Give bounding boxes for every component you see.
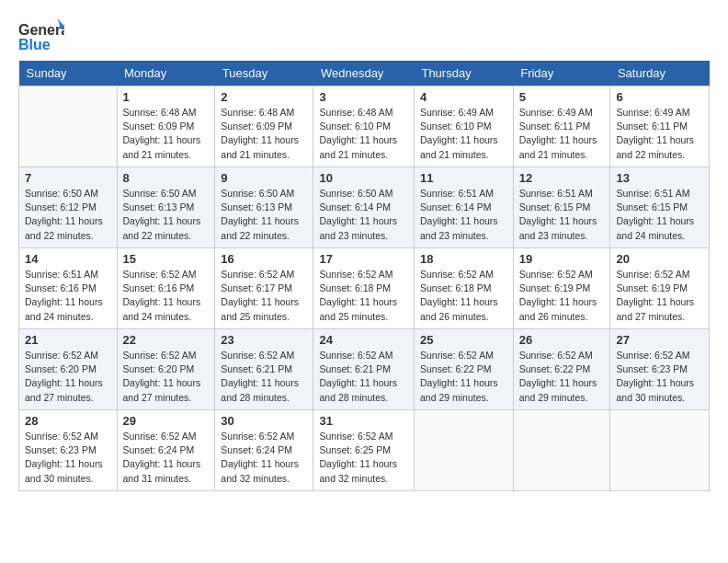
day-number: 8 — [123, 171, 210, 185]
header-row: SundayMondayTuesdayWednesdayThursdayFrid… — [19, 61, 710, 86]
week-row-2: 7Sunrise: 6:50 AM Sunset: 6:12 PM Daylig… — [19, 167, 710, 248]
day-cell: 10Sunrise: 6:50 AM Sunset: 6:14 PM Dayli… — [313, 167, 415, 248]
day-number: 10 — [319, 171, 408, 185]
day-number: 1 — [123, 90, 210, 104]
calendar-table: SundayMondayTuesdayWednesdayThursdayFrid… — [18, 61, 710, 491]
day-info: Sunrise: 6:51 AM Sunset: 6:16 PM Dayligh… — [25, 268, 111, 324]
day-info: Sunrise: 6:52 AM Sunset: 6:21 PM Dayligh… — [221, 349, 307, 405]
logo: General Blue — [18, 17, 64, 55]
day-cell: 14Sunrise: 6:51 AM Sunset: 6:16 PM Dayli… — [19, 248, 118, 329]
day-info: Sunrise: 6:49 AM Sunset: 6:11 PM Dayligh… — [519, 106, 605, 162]
day-cell: 21Sunrise: 6:52 AM Sunset: 6:20 PM Dayli… — [19, 329, 118, 410]
day-number: 6 — [616, 90, 703, 104]
day-cell: 11Sunrise: 6:51 AM Sunset: 6:14 PM Dayli… — [414, 167, 513, 248]
day-cell: 19Sunrise: 6:52 AM Sunset: 6:19 PM Dayli… — [513, 248, 610, 329]
page: General Blue SundayMondayTuesdayWednesda… — [0, 0, 728, 500]
col-header-monday: Monday — [117, 61, 215, 86]
svg-text:General: General — [18, 22, 64, 38]
day-info: Sunrise: 6:48 AM Sunset: 6:09 PM Dayligh… — [123, 106, 210, 162]
day-info: Sunrise: 6:52 AM Sunset: 6:16 PM Dayligh… — [123, 268, 210, 324]
day-number: 9 — [221, 171, 307, 185]
day-info: Sunrise: 6:50 AM Sunset: 6:13 PM Dayligh… — [221, 187, 307, 243]
day-info: Sunrise: 6:52 AM Sunset: 6:19 PM Dayligh… — [519, 268, 605, 324]
day-number: 22 — [123, 333, 210, 347]
day-number: 3 — [319, 90, 408, 104]
day-cell — [610, 410, 710, 491]
day-info: Sunrise: 6:52 AM Sunset: 6:18 PM Dayligh… — [319, 268, 408, 324]
day-cell: 4Sunrise: 6:49 AM Sunset: 6:10 PM Daylig… — [414, 86, 513, 167]
col-header-thursday: Thursday — [414, 61, 513, 86]
day-cell: 31Sunrise: 6:52 AM Sunset: 6:25 PM Dayli… — [313, 410, 415, 491]
day-info: Sunrise: 6:51 AM Sunset: 6:14 PM Dayligh… — [420, 187, 507, 243]
day-cell: 2Sunrise: 6:48 AM Sunset: 6:09 PM Daylig… — [215, 86, 313, 167]
day-cell: 3Sunrise: 6:48 AM Sunset: 6:10 PM Daylig… — [313, 86, 415, 167]
day-number: 19 — [519, 252, 605, 266]
col-header-saturday: Saturday — [610, 61, 710, 86]
day-info: Sunrise: 6:52 AM Sunset: 6:19 PM Dayligh… — [616, 268, 703, 324]
day-number: 16 — [221, 252, 307, 266]
day-cell: 8Sunrise: 6:50 AM Sunset: 6:13 PM Daylig… — [117, 167, 215, 248]
day-info: Sunrise: 6:52 AM Sunset: 6:25 PM Dayligh… — [319, 430, 408, 486]
day-number: 29 — [123, 414, 210, 428]
day-info: Sunrise: 6:52 AM Sunset: 6:22 PM Dayligh… — [519, 349, 605, 405]
header: General Blue — [18, 17, 710, 55]
day-cell: 12Sunrise: 6:51 AM Sunset: 6:15 PM Dayli… — [513, 167, 610, 248]
day-info: Sunrise: 6:50 AM Sunset: 6:13 PM Dayligh… — [123, 187, 210, 243]
day-cell: 17Sunrise: 6:52 AM Sunset: 6:18 PM Dayli… — [313, 248, 415, 329]
day-number: 11 — [420, 171, 507, 185]
day-number: 21 — [25, 333, 111, 347]
day-number: 4 — [420, 90, 507, 104]
day-number: 24 — [319, 333, 408, 347]
day-cell — [414, 410, 513, 491]
day-cell: 20Sunrise: 6:52 AM Sunset: 6:19 PM Dayli… — [610, 248, 710, 329]
day-number: 30 — [221, 414, 307, 428]
day-number: 5 — [519, 90, 605, 104]
svg-text:Blue: Blue — [18, 37, 51, 52]
day-cell — [19, 86, 118, 167]
col-header-wednesday: Wednesday — [313, 61, 415, 86]
day-number: 26 — [519, 333, 605, 347]
day-cell: 24Sunrise: 6:52 AM Sunset: 6:21 PM Dayli… — [313, 329, 415, 410]
day-info: Sunrise: 6:52 AM Sunset: 6:23 PM Dayligh… — [616, 349, 703, 405]
day-cell: 13Sunrise: 6:51 AM Sunset: 6:15 PM Dayli… — [610, 167, 710, 248]
day-info: Sunrise: 6:52 AM Sunset: 6:24 PM Dayligh… — [221, 430, 307, 486]
day-info: Sunrise: 6:52 AM Sunset: 6:23 PM Dayligh… — [25, 430, 111, 486]
day-number: 17 — [319, 252, 408, 266]
day-number: 23 — [221, 333, 307, 347]
logo-icon: General Blue — [18, 17, 64, 55]
week-row-5: 28Sunrise: 6:52 AM Sunset: 6:23 PM Dayli… — [19, 410, 710, 491]
day-info: Sunrise: 6:48 AM Sunset: 6:10 PM Dayligh… — [319, 106, 408, 162]
col-header-tuesday: Tuesday — [215, 61, 313, 86]
day-info: Sunrise: 6:49 AM Sunset: 6:11 PM Dayligh… — [616, 106, 703, 162]
day-cell: 28Sunrise: 6:52 AM Sunset: 6:23 PM Dayli… — [19, 410, 118, 491]
day-info: Sunrise: 6:49 AM Sunset: 6:10 PM Dayligh… — [420, 106, 507, 162]
day-number: 28 — [25, 414, 111, 428]
day-number: 15 — [123, 252, 210, 266]
day-info: Sunrise: 6:52 AM Sunset: 6:20 PM Dayligh… — [123, 349, 210, 405]
day-cell: 6Sunrise: 6:49 AM Sunset: 6:11 PM Daylig… — [610, 86, 710, 167]
day-info: Sunrise: 6:52 AM Sunset: 6:18 PM Dayligh… — [420, 268, 507, 324]
day-number: 27 — [616, 333, 703, 347]
week-row-1: 1Sunrise: 6:48 AM Sunset: 6:09 PM Daylig… — [19, 86, 710, 167]
day-info: Sunrise: 6:50 AM Sunset: 6:14 PM Dayligh… — [319, 187, 408, 243]
day-cell: 23Sunrise: 6:52 AM Sunset: 6:21 PM Dayli… — [215, 329, 313, 410]
day-cell: 26Sunrise: 6:52 AM Sunset: 6:22 PM Dayli… — [513, 329, 610, 410]
day-cell: 29Sunrise: 6:52 AM Sunset: 6:24 PM Dayli… — [117, 410, 215, 491]
day-number: 31 — [319, 414, 408, 428]
week-row-4: 21Sunrise: 6:52 AM Sunset: 6:20 PM Dayli… — [19, 329, 710, 410]
day-info: Sunrise: 6:52 AM Sunset: 6:22 PM Dayligh… — [420, 349, 507, 405]
day-cell: 16Sunrise: 6:52 AM Sunset: 6:17 PM Dayli… — [215, 248, 313, 329]
day-info: Sunrise: 6:50 AM Sunset: 6:12 PM Dayligh… — [25, 187, 111, 243]
col-header-friday: Friday — [513, 61, 610, 86]
day-cell: 22Sunrise: 6:52 AM Sunset: 6:20 PM Dayli… — [117, 329, 215, 410]
day-number: 13 — [616, 171, 703, 185]
day-cell: 25Sunrise: 6:52 AM Sunset: 6:22 PM Dayli… — [414, 329, 513, 410]
day-cell — [513, 410, 610, 491]
day-number: 18 — [420, 252, 507, 266]
day-info: Sunrise: 6:52 AM Sunset: 6:24 PM Dayligh… — [123, 430, 210, 486]
day-cell: 30Sunrise: 6:52 AM Sunset: 6:24 PM Dayli… — [215, 410, 313, 491]
day-number: 20 — [616, 252, 703, 266]
day-number: 25 — [420, 333, 507, 347]
day-info: Sunrise: 6:51 AM Sunset: 6:15 PM Dayligh… — [519, 187, 605, 243]
day-cell: 1Sunrise: 6:48 AM Sunset: 6:09 PM Daylig… — [117, 86, 215, 167]
